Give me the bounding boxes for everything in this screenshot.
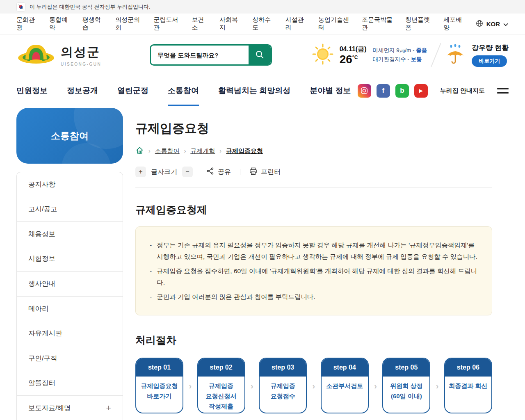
sidebar-item-free-board[interactable]: 자유게시판 <box>17 321 123 346</box>
step-card-3: step 03 규제입증 요청접수 <box>259 358 307 413</box>
site-header: 의성군 UISEONG-GUN <box>0 34 525 75</box>
umbrella-icon <box>445 43 466 66</box>
content-divider <box>135 187 492 187</box>
nav-hope-uiseong[interactable]: 활력넘치는 희망의성 <box>218 85 290 96</box>
top-link-welfare[interactable]: 사회복지 <box>219 16 240 32</box>
top-link-agri[interactable]: 농업기술센터 <box>318 16 350 32</box>
top-link-learning[interactable]: 평생학습 <box>82 16 103 32</box>
expand-plus-icon[interactable]: + <box>106 403 111 413</box>
search-button[interactable] <box>249 46 271 64</box>
rainfall-title: 강우량 현황 <box>472 43 509 52</box>
sidebar-title: 소통참여 <box>51 130 89 142</box>
sidebar-item-notice[interactable]: 공지사항 <box>17 172 123 197</box>
top-link-health[interactable]: 보건소 <box>192 16 208 32</box>
main-column: 규제입증요청 › 소통참여 › 규제개혁 › 규제입증요청 + 글자크기 − <box>135 106 492 420</box>
notice-item-2: -규제입증 요청을 접수하면, 60일 이내에 '규제개혁위원회'를 개최하여 … <box>150 265 478 288</box>
content: 소통참여 공지사항 고시/공고 채용정보 시험정보 행사안내 메아리 자유게시판… <box>0 106 525 420</box>
step-card-1: step 01 규제입증요청 바로가기 <box>135 358 183 413</box>
breadcrumb: › 소통참여 › 규제개혁 › 규제입증요청 <box>135 146 492 156</box>
nav-info-disclosure[interactable]: 정보공개 <box>67 85 98 96</box>
top-link-cell[interactable]: 세포배양 <box>443 16 464 32</box>
rainfall-status: 강우량 현황 바로가기 <box>472 43 509 67</box>
social-links: f b ▶ <box>358 84 428 98</box>
air-value: 보통 <box>411 56 422 62</box>
nav-minwon[interactable]: 민원정보 <box>16 85 48 96</box>
font-size-label: 글자크기 <box>151 168 177 176</box>
step-arrow-icon: › <box>189 381 192 391</box>
font-increase-button[interactable]: + <box>135 167 146 177</box>
weather-date: 04.11(금) <box>340 45 367 54</box>
font-decrease-button[interactable]: − <box>182 167 193 177</box>
step-arrow-icon: › <box>374 381 377 391</box>
sidebar-item-announcement[interactable]: 고시/공고 <box>17 197 123 221</box>
language-selector[interactable]: KOR <box>465 14 519 34</box>
top-link-youth[interactable]: 청년플랫폼 <box>405 16 431 32</box>
top-link-museum[interactable]: 조문국박물관 <box>362 16 393 32</box>
sidebar-item-recruitment[interactable]: 채용정보 <box>17 222 123 247</box>
top-link-culture[interactable]: 문화관광 <box>16 16 37 32</box>
step-card-5: step 05 위원회 상정 (60일 이내) <box>382 358 430 413</box>
sidebar: 소통참여 공지사항 고시/공고 채용정보 시험정보 행사안내 메아리 자유게시판… <box>16 106 123 420</box>
hamburger-menu-icon[interactable] <box>497 88 509 94</box>
top-link-reservation[interactable]: 통합예약 <box>49 16 70 32</box>
step-card-6: step 06 최종결과 회신 <box>444 358 492 413</box>
youtube-icon[interactable]: ▶ <box>414 84 428 98</box>
sidebar-item-fleamarket[interactable]: 알뜰장터 <box>17 371 123 395</box>
step-card-2: step 02 규제입증 요청신청서 작성제출 <box>197 358 245 413</box>
sidebar-item-echo[interactable]: 메아리 <box>17 297 123 321</box>
gov-banner: 이 누리집은 대한민국 공식 전자정부 누리집입니다. <box>0 0 525 14</box>
nav-open-county[interactable]: 열린군정 <box>117 85 148 96</box>
air-label: 대기환경지수 - <box>373 56 411 62</box>
toolbar-divider <box>240 169 240 175</box>
step-card-4: step 04 소관부서검토 <box>321 358 369 413</box>
nav-communication[interactable]: 소통참여 <box>168 85 199 96</box>
breadcrumb-sep: › <box>148 148 151 154</box>
logo-title: 의성군 <box>61 44 101 61</box>
sidebar-item-jobs[interactable]: 구인/구직 <box>17 346 123 371</box>
sidebar-menu: 공지사항 고시/공고 채용정보 시험정보 행사안내 메아리 자유게시판 구인/구… <box>16 172 123 420</box>
instagram-icon[interactable] <box>358 84 371 98</box>
home-icon[interactable] <box>135 146 144 156</box>
printer-icon <box>249 167 257 177</box>
weather-divider <box>431 43 441 67</box>
gov-banner-text: 이 누리집은 대한민국 공식 전자정부 누리집입니다. <box>30 3 151 11</box>
intro-heading: 규제입증요청제 <box>135 203 492 217</box>
search-input[interactable] <box>151 46 249 64</box>
breadcrumb-communication[interactable]: 소통참여 <box>155 147 180 155</box>
site-logo[interactable]: 의성군 UISEONG-GUN <box>16 41 101 68</box>
breadcrumb-current[interactable]: 규제입증요청 <box>226 147 263 155</box>
print-button[interactable]: 프린터 <box>249 167 281 177</box>
notice-box: -정부는 기존 규제의 유지 필요성을 정부가 입증하지 못할 경우 해당 규제… <box>135 226 492 315</box>
dust-value: 좋음 <box>416 47 427 53</box>
sitemap-link[interactable]: 누리집 안내지도 <box>440 87 485 95</box>
nav-by-field[interactable]: 분야별 정보 <box>310 85 351 96</box>
process-steps: step 01 규제입증요청 바로가기 › step 02 규제입증 요청신청서… <box>135 358 492 413</box>
notice-item-1: -정부는 기존 규제의 유지 필요성을 정부가 입증하지 못할 경우 해당 규제… <box>150 240 478 262</box>
top-link-council[interactable]: 의성군의회 <box>115 16 142 32</box>
notice-item-3: -군민과 기업 여러분의 많은 관심과 참여를 부탁드립니다. <box>150 291 478 303</box>
share-button[interactable]: 공유 <box>207 167 231 176</box>
top-link-facility[interactable]: 시설관리 <box>285 16 306 32</box>
blog-icon[interactable]: b <box>395 84 409 98</box>
main-nav: 민원정보 정보공개 열린군정 소통참여 활력넘치는 희망의성 분야별 정보 f … <box>0 75 525 106</box>
dust-label: 미세먼지 9㎍/m - <box>373 47 416 53</box>
top-utility-nav: 문화관광 통합예약 평생학습 의성군의회 군립도서관 보건소 사회복지 상하수도… <box>0 14 525 34</box>
site-search <box>150 44 272 66</box>
top-link-library[interactable]: 군립도서관 <box>153 16 180 32</box>
step-arrow-icon: › <box>313 381 315 391</box>
air-quality: 미세먼지 9㎍/m - 좋음 대기환경지수 - 보통 <box>373 46 427 64</box>
korea-flag-icon <box>16 2 25 11</box>
logo-subtitle: UISEONG-GUN <box>61 62 101 66</box>
top-link-water[interactable]: 상하수도 <box>252 16 273 32</box>
breadcrumb-regulation-reform[interactable]: 규제개혁 <box>190 147 215 155</box>
sidebar-item-events[interactable]: 행사안내 <box>17 272 123 296</box>
top-links: 문화관광 통합예약 평생학습 의성군의회 군립도서관 보건소 사회복지 상하수도… <box>16 16 465 32</box>
rainfall-shortcut-button[interactable]: 바로가기 <box>472 55 507 67</box>
sidebar-item-exam-info[interactable]: 시험정보 <box>17 247 123 271</box>
sidebar-item-press[interactable]: 보도자료/해명 + <box>17 396 123 420</box>
step-arrow-icon: › <box>251 381 253 391</box>
share-icon <box>207 167 214 176</box>
facebook-icon[interactable]: f <box>377 84 390 98</box>
step-arrow-icon: › <box>436 381 439 391</box>
process-heading: 처리절차 <box>135 333 492 347</box>
